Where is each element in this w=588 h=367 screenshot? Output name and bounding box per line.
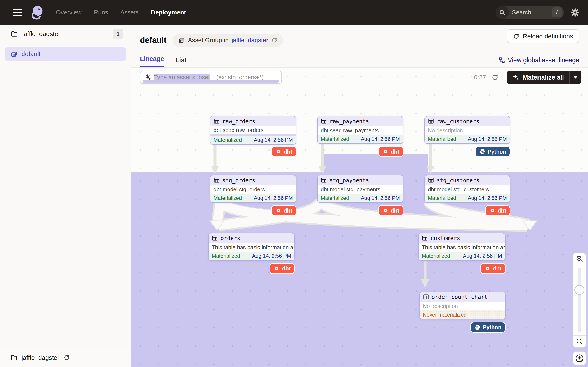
materialize-all-label: Materialize all <box>523 74 564 81</box>
asset-node[interactable]: customers This table has basic informati… <box>418 233 506 261</box>
dbt-badge[interactable]: dbt <box>378 146 403 157</box>
refresh-icon[interactable] <box>271 37 277 43</box>
folder-icon <box>10 30 18 38</box>
dbt-badge[interactable]: dbt <box>480 263 506 274</box>
main-content: default Asset Group in jaffle_dagster Re… <box>131 25 588 367</box>
nav-item-deployment[interactable]: Deployment <box>151 9 186 16</box>
status-label: Materialized <box>428 195 456 201</box>
dbt-icon <box>382 149 389 155</box>
group-badge-repo-link[interactable]: jaffle_dagster <box>232 37 268 44</box>
python-badge[interactable]: Python <box>475 146 510 157</box>
dbt-icon <box>382 208 389 214</box>
dbt-badge[interactable]: dbt <box>378 205 403 216</box>
table-icon <box>428 118 434 124</box>
asset-group-icon <box>10 50 17 58</box>
refresh-icon <box>513 33 519 40</box>
reload-definitions-label: Reload definitions <box>523 33 573 40</box>
zoom-out-icon <box>576 338 583 345</box>
asset-node[interactable]: raw_payments dbt seed raw_payments Mater… <box>317 116 403 144</box>
top-nav: Overview Runs Assets Deployment / <box>0 0 588 25</box>
table-icon <box>428 177 434 183</box>
sidebar-item-default[interactable]: default <box>5 47 126 60</box>
asset-node[interactable]: raw_orders dbt seed raw_orders Materiali… <box>210 116 296 145</box>
sidebar-item-label: default <box>21 50 41 58</box>
asset-name: raw_payments <box>329 118 369 125</box>
tabs-row: Lineage List View global asset lineage <box>131 52 588 67</box>
status-label: Materialized <box>422 253 450 259</box>
nav-item-assets[interactable]: Assets <box>120 9 139 16</box>
asset-node[interactable]: stg_payments dbt model stg_payments Mate… <box>317 175 403 203</box>
status-label: Never materialized <box>423 312 467 318</box>
zoom-out-button[interactable] <box>573 335 586 347</box>
nav-links: Overview Runs Assets Deployment <box>56 9 186 16</box>
chevron-down-icon <box>574 76 578 79</box>
folder-icon <box>10 354 17 361</box>
zoom-slider-handle[interactable] <box>574 285 585 295</box>
sparkle-icon <box>512 74 519 81</box>
zoom-in-icon <box>576 255 583 263</box>
asset-node[interactable]: stg_customers dbt model stg_customers Ma… <box>424 175 510 203</box>
asset-name: raw_orders <box>222 118 255 125</box>
sidebar-footer: jaffle_dagster <box>0 348 131 367</box>
asset-node[interactable]: stg_orders dbt model stg_orders Material… <box>210 175 296 203</box>
asset-group-badge: Asset Group in jaffle_dagster <box>173 34 283 47</box>
status-timestamp: Aug 14, 2:56 PM <box>252 253 291 259</box>
download-icon <box>575 354 584 362</box>
status-timestamp: Aug 14, 2:56 PM <box>254 195 293 201</box>
dbt-icon <box>274 266 280 272</box>
asset-node[interactable]: orders This table has basic information … <box>208 233 295 261</box>
zoom-slider[interactable] <box>573 265 586 335</box>
asset-node[interactable]: order_count_chart No description Never m… <box>419 292 506 319</box>
gear-icon[interactable] <box>571 8 580 17</box>
asset-description: This table has basic information about .… <box>419 243 505 252</box>
asset-node[interactable]: raw_customers No description Materialize… <box>424 116 510 144</box>
table-icon <box>321 177 327 183</box>
status-label: Materialized <box>214 195 242 201</box>
graph-toolbar: Type an asset subset... (ex: stg_orders+… <box>140 71 581 84</box>
status-timestamp: Aug 14, 2:56 PM <box>468 195 507 201</box>
asset-selection-icon <box>144 74 151 81</box>
lineage-canvas[interactable]: Type an asset subset... (ex: stg_orders+… <box>131 67 588 367</box>
table-icon <box>212 235 218 241</box>
zoom-slider-track <box>578 268 581 333</box>
dbt-icon <box>484 266 491 272</box>
selection-strip <box>210 134 296 136</box>
tab-list[interactable]: List <box>175 57 187 67</box>
status-timestamp: Aug 14, 2:56 PM <box>361 136 400 142</box>
materialize-dropdown-button[interactable] <box>570 71 581 84</box>
reload-definitions-button[interactable]: Reload definitions <box>507 30 579 43</box>
asset-description: dbt seed raw_orders <box>210 126 296 134</box>
nav-item-runs[interactable]: Runs <box>94 9 108 16</box>
tab-lineage[interactable]: Lineage <box>140 55 164 67</box>
lineage-edges <box>131 67 588 367</box>
asset-group-icon <box>178 37 185 43</box>
status-label: Materialized <box>321 136 349 142</box>
dbt-badge[interactable]: dbt <box>271 146 296 157</box>
refresh-icon[interactable] <box>63 354 70 361</box>
repo-name: jaffle_dagster <box>22 30 60 38</box>
status-timestamp: Aug 14, 2:56 PM <box>254 137 293 143</box>
dbt-badge[interactable]: dbt <box>271 205 296 216</box>
asset-subset-input[interactable]: Type an asset subset... (ex: stg_orders+… <box>140 71 282 84</box>
refresh-icon[interactable] <box>492 74 499 81</box>
asset-name: raw_customers <box>437 118 479 125</box>
search-box[interactable]: / <box>496 6 564 19</box>
asset-name: customers <box>431 235 460 241</box>
dbt-badge[interactable]: dbt <box>485 205 510 216</box>
zoom-in-button[interactable] <box>573 253 586 265</box>
sidebar-repo-row[interactable]: jaffle_dagster 1 <box>0 25 131 43</box>
nav-item-overview[interactable]: Overview <box>56 9 82 16</box>
status-label: Materialized <box>428 136 456 142</box>
download-view-button[interactable] <box>573 351 586 365</box>
python-badge[interactable]: Python <box>470 322 506 333</box>
view-global-asset-lineage-link[interactable]: View global asset lineage <box>499 57 579 64</box>
menu-icon[interactable] <box>13 8 22 17</box>
asset-stg_payments: stg_payments dbt model stg_payments Mate… <box>317 175 403 203</box>
repo-count-badge: 1 <box>113 29 123 39</box>
asset-orders: orders This table has basic information … <box>208 233 295 261</box>
search-input[interactable] <box>509 9 552 16</box>
asset-name: stg_payments <box>329 177 369 184</box>
dagster-logo-icon[interactable] <box>30 5 45 20</box>
materialize-all-button[interactable]: Materialize all <box>507 71 581 84</box>
dbt-badge[interactable]: dbt <box>269 263 295 274</box>
